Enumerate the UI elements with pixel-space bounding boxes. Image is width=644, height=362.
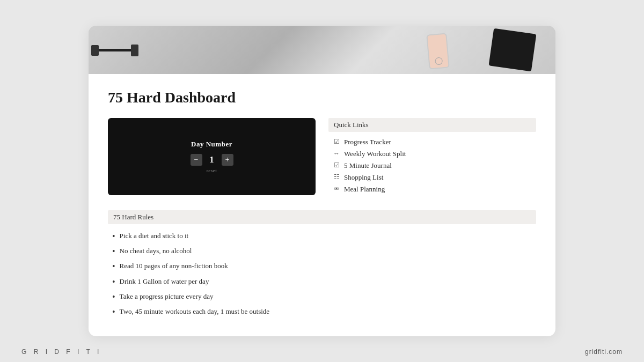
hero-bg xyxy=(89,26,555,74)
card-content: 75 Hard Dashboard Day Number − 1 + reset… xyxy=(89,74,555,336)
quick-link-label: Progress Tracker xyxy=(344,138,391,146)
main-grid: Day Number − 1 + reset Quick Links ☑ Pro… xyxy=(108,118,536,195)
main-card: 75 Hard Dashboard Day Number − 1 + reset… xyxy=(89,26,555,336)
quick-link-label: Shopping List xyxy=(344,173,383,182)
list-item[interactable]: ☑ Progress Tracker xyxy=(328,136,536,148)
list-item[interactable]: ☑ 5 Minute Journal xyxy=(328,160,536,172)
brand-left: G R I D F I T I xyxy=(21,348,101,356)
list-item[interactable]: ↔ Weekly Workout Split xyxy=(328,148,536,160)
rule-text: Two, 45 minute workouts each day, 1 must… xyxy=(120,306,270,317)
bullet-icon: • xyxy=(112,261,115,271)
counter-controls: − 1 + xyxy=(191,154,233,166)
list-item: • Pick a diet and stick to it xyxy=(112,228,532,243)
bullet-icon: • xyxy=(112,307,115,317)
list-item: • Read 10 pages of any non-fiction book xyxy=(112,258,532,274)
phone-icon xyxy=(426,33,450,69)
quick-link-label: 5 Minute Journal xyxy=(344,161,392,170)
bullet-icon: • xyxy=(112,231,115,241)
rule-text: Pick a diet and stick to it xyxy=(120,231,189,241)
counter-minus-button[interactable]: − xyxy=(191,154,202,166)
rule-text: Take a progress picture every day xyxy=(120,291,214,302)
counter-value: 1 xyxy=(207,155,217,165)
quick-links-list: ☑ Progress Tracker ↔ Weekly Workout Spli… xyxy=(328,136,536,195)
workout-split-icon: ↔ xyxy=(333,150,340,158)
footer: G R I D F I T I gridfiti.com xyxy=(0,342,644,362)
shopping-list-icon: ☷ xyxy=(333,173,340,181)
progress-tracker-icon: ☑ xyxy=(333,138,340,146)
rules-list: • Pick a diet and stick to it • No cheat… xyxy=(108,228,536,319)
barbell-weight-right xyxy=(131,45,138,56)
barbell-icon xyxy=(91,45,138,56)
bullet-icon: • xyxy=(112,277,115,287)
brand-right: gridfiti.com xyxy=(585,348,623,356)
rules-header: 75 Hard Rules xyxy=(108,210,536,224)
barbell-bar xyxy=(99,49,131,51)
list-item: • No cheat days, no alcohol xyxy=(112,243,532,258)
journal-icon: ☑ xyxy=(333,161,340,169)
list-item[interactable]: ☷ Shopping List xyxy=(328,172,536,183)
bullet-icon: • xyxy=(112,292,115,302)
list-item[interactable]: ⚮ Meal Planning xyxy=(328,183,536,195)
bullet-icon: • xyxy=(112,246,115,256)
rule-text: Drink 1 Gallon of water per day xyxy=(120,276,209,287)
list-item: • Drink 1 Gallon of water per day xyxy=(112,274,532,289)
day-counter-label: Day Number xyxy=(191,140,232,149)
meal-planning-icon: ⚮ xyxy=(333,185,340,193)
quick-link-label: Weekly Workout Split xyxy=(344,150,406,158)
notebook-icon xyxy=(489,28,537,71)
hero-image xyxy=(89,26,555,74)
quick-link-label: Meal Planning xyxy=(344,185,385,194)
counter-reset-label: reset xyxy=(207,168,217,173)
page-title: 75 Hard Dashboard xyxy=(108,89,536,106)
page-wrapper: 75 Hard Dashboard Day Number − 1 + reset… xyxy=(0,0,644,362)
list-item: • Take a progress picture every day xyxy=(112,289,532,304)
list-item: • Two, 45 minute workouts each day, 1 mu… xyxy=(112,304,532,319)
rule-text: Read 10 pages of any non-fiction book xyxy=(120,261,228,271)
counter-plus-button[interactable]: + xyxy=(222,154,233,166)
quick-links-section: Quick Links ☑ Progress Tracker ↔ Weekly … xyxy=(328,118,536,195)
rule-text: No cheat days, no alcohol xyxy=(120,246,192,256)
day-counter-box: Day Number − 1 + reset xyxy=(108,118,316,195)
quick-links-header: Quick Links xyxy=(328,118,536,132)
barbell-weight-left xyxy=(91,45,99,56)
rules-section: 75 Hard Rules • Pick a diet and stick to… xyxy=(108,210,536,319)
